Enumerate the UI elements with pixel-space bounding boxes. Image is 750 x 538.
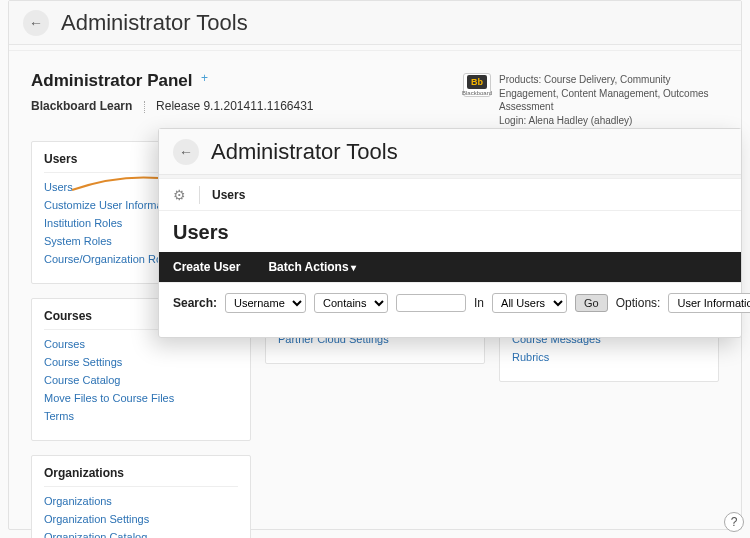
separator <box>144 101 145 113</box>
overlay-back-button[interactable]: ← <box>173 139 199 165</box>
release-version: 9.1.201411.1166431 <box>203 99 313 113</box>
brand-logo: Bb Blackboard <box>463 73 491 97</box>
options-select[interactable]: User Information <box>668 293 750 313</box>
overlay-page-title: Users <box>159 211 741 252</box>
overlay-search-row: Search: Username Contains In All Users G… <box>159 282 741 322</box>
bb-icon: Bb <box>467 75 487 89</box>
nav-link[interactable]: Course Settings <box>44 356 238 368</box>
panel-title: Administrator Panel <box>31 71 193 90</box>
gear-icon[interactable]: ⚙ <box>171 187 187 203</box>
search-input[interactable] <box>396 294 466 312</box>
search-field-select[interactable]: Username <box>225 293 306 313</box>
search-label: Search: <box>173 296 217 310</box>
nav-link[interactable]: Rubrics <box>512 351 706 363</box>
header-divider <box>9 45 741 51</box>
crumb-users[interactable]: Users <box>212 188 245 202</box>
overlay-breadcrumb: ⚙ Users <box>159 179 741 211</box>
search-operator-select[interactable]: Contains <box>314 293 388 313</box>
create-user-button[interactable]: Create User <box>173 260 240 274</box>
nav-link[interactable]: Move Files to Course Files <box>44 392 238 404</box>
card-organizations: Organizations OrganizationsOrganization … <box>31 455 251 538</box>
nav-link[interactable]: Organization Settings <box>44 513 238 525</box>
search-scope-select[interactable]: All Users <box>492 293 567 313</box>
product-name: Blackboard Learn <box>31 99 132 113</box>
meta-login: Login: Alena Hadley (ahadley) <box>499 114 719 128</box>
overlay-action-bar: Create User Batch Actions <box>159 252 741 282</box>
card-title: Organizations <box>44 466 238 487</box>
options-label: Options: <box>616 296 661 310</box>
overlay-header: ← Administrator Tools <box>159 129 741 175</box>
help-button[interactable]: ? <box>724 512 744 532</box>
page-header: ← Administrator Tools <box>9 1 741 45</box>
nav-link[interactable]: Organizations <box>44 495 238 507</box>
nav-link[interactable]: Courses <box>44 338 238 350</box>
meta-products: Products: Course Delivery, Community Eng… <box>499 73 719 114</box>
overlay-window: ← Administrator Tools ⚙ Users Users Crea… <box>158 128 742 338</box>
go-button[interactable]: Go <box>575 294 608 312</box>
crumb-divider <box>199 186 200 204</box>
plus-icon: + <box>201 71 208 85</box>
arrow-left-icon: ← <box>179 144 193 160</box>
release-label: Release <box>156 99 200 113</box>
help-icon: ? <box>731 515 738 529</box>
nav-link[interactable]: Organization Catalog <box>44 531 238 538</box>
nav-link[interactable]: Terms <box>44 410 238 422</box>
arrow-left-icon: ← <box>29 15 43 31</box>
brand-caption: Blackboard <box>462 90 492 96</box>
in-label: In <box>474 296 484 310</box>
page-title: Administrator Tools <box>61 10 248 36</box>
back-button[interactable]: ← <box>23 10 49 36</box>
nav-link[interactable]: Course Catalog <box>44 374 238 386</box>
batch-actions-menu[interactable]: Batch Actions <box>268 260 356 274</box>
overlay-title: Administrator Tools <box>211 139 398 165</box>
